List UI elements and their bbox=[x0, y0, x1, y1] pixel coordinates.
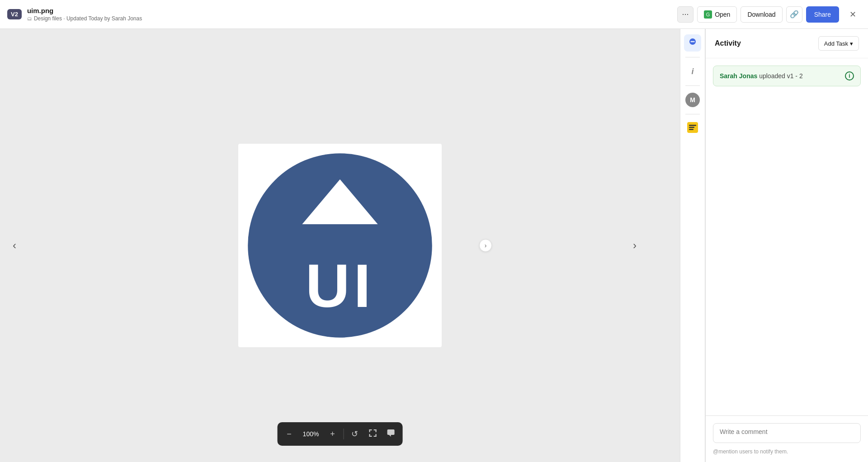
svg-rect-18 bbox=[689, 125, 696, 126]
comment-hint: @mention users to notify them. bbox=[713, 448, 861, 455]
svg-point-15 bbox=[692, 41, 693, 42]
svg-point-16 bbox=[693, 41, 695, 42]
header: V2 uim.png 🗂 Design files · Updated Toda… bbox=[0, 0, 868, 29]
collapse-panel-button[interactable]: › bbox=[479, 239, 492, 252]
svg-rect-11 bbox=[387, 429, 394, 435]
svg-text:UI: UI bbox=[306, 251, 375, 320]
more-button[interactable]: ··· bbox=[677, 6, 693, 23]
activity-action: uploaded v1 - 2 bbox=[759, 72, 803, 80]
zoom-toolbar: − 100% + ↺ bbox=[278, 422, 403, 446]
svg-point-14 bbox=[691, 41, 692, 42]
svg-rect-10 bbox=[375, 434, 376, 437]
activity-panel: Activity Add Task ▾ Sarah Jonas uploaded… bbox=[705, 29, 868, 462]
rail-divider-1 bbox=[685, 57, 700, 57]
close-button[interactable]: ✕ bbox=[844, 6, 861, 23]
svg-rect-4 bbox=[369, 429, 370, 432]
open-icon: G bbox=[704, 10, 712, 19]
info-icon: i bbox=[691, 67, 693, 76]
comment-input[interactable] bbox=[713, 423, 861, 443]
viewer: ‹ UI › − 100% + ↺ bbox=[0, 29, 680, 462]
reset-button[interactable]: ↺ bbox=[345, 425, 363, 443]
prev-button[interactable]: ‹ bbox=[5, 236, 24, 255]
activity-title: Activity bbox=[715, 39, 741, 47]
share-button[interactable]: Share bbox=[806, 6, 839, 23]
info-circle-icon: i bbox=[845, 71, 854, 80]
avatar-rail-button[interactable]: M bbox=[684, 91, 701, 108]
next-button[interactable]: › bbox=[626, 236, 644, 255]
reset-icon: ↺ bbox=[351, 429, 358, 439]
file-meta: 🗂 Design files · Updated Today by Sarah … bbox=[27, 15, 142, 22]
file-name: uim.png bbox=[27, 7, 142, 14]
activity-user: Sarah Jonas bbox=[720, 72, 757, 80]
header-left: V2 uim.png 🗂 Design files · Updated Toda… bbox=[7, 7, 677, 22]
chevron-down-icon: ▾ bbox=[850, 40, 853, 47]
close-icon: ✕ bbox=[849, 9, 856, 19]
activity-header: Activity Add Task ▾ bbox=[706, 29, 868, 58]
download-button[interactable]: Download bbox=[741, 6, 782, 23]
main: ‹ UI › − 100% + ↺ bbox=[0, 29, 868, 462]
open-button[interactable]: G Open bbox=[697, 6, 737, 23]
activity-content: Sarah Jonas uploaded v1 - 2 i bbox=[706, 58, 868, 415]
svg-rect-6 bbox=[375, 429, 376, 432]
folder-icon: 🗂 bbox=[27, 16, 32, 21]
sidebar-rail: i M bbox=[680, 29, 705, 462]
comment-icon bbox=[386, 429, 395, 440]
plus-icon: + bbox=[330, 429, 335, 439]
activity-item: Sarah Jonas uploaded v1 - 2 i bbox=[713, 66, 861, 86]
fullscreen-button[interactable] bbox=[363, 425, 382, 443]
file-info: uim.png 🗂 Design files · Updated Today b… bbox=[27, 7, 142, 22]
zoom-out-button[interactable]: − bbox=[280, 425, 298, 443]
logo-image: UI bbox=[245, 151, 434, 340]
image-container: UI bbox=[238, 144, 442, 347]
add-task-button[interactable]: Add Task ▾ bbox=[818, 36, 859, 51]
chevron-right-icon: › bbox=[633, 239, 637, 252]
fullscreen-icon bbox=[368, 429, 377, 440]
chat-icon bbox=[688, 38, 697, 49]
activity-item-text: Sarah Jonas uploaded v1 - 2 bbox=[720, 72, 803, 80]
toolbar-divider-1 bbox=[343, 429, 344, 439]
task-rail-button[interactable] bbox=[684, 120, 701, 137]
version-badge: V2 bbox=[7, 9, 22, 19]
zoom-in-button[interactable]: + bbox=[323, 425, 341, 443]
link-button[interactable]: 🔗 bbox=[786, 6, 802, 23]
rail-divider-2 bbox=[685, 85, 700, 86]
avatar-icon: M bbox=[685, 93, 700, 107]
svg-rect-19 bbox=[689, 127, 694, 128]
zoom-level: 100% bbox=[298, 430, 324, 438]
comment-mode-button[interactable] bbox=[382, 425, 400, 443]
minus-icon: − bbox=[287, 429, 292, 439]
info-rail-button[interactable]: i bbox=[684, 63, 701, 80]
link-icon: 🔗 bbox=[790, 10, 799, 19]
svg-rect-20 bbox=[689, 129, 693, 130]
chevron-right-icon: › bbox=[485, 242, 487, 249]
rail-divider-3 bbox=[685, 114, 700, 114]
svg-marker-12 bbox=[389, 435, 391, 437]
chat-rail-button[interactable] bbox=[684, 34, 701, 52]
comment-area: @mention users to notify them. bbox=[706, 415, 868, 462]
header-actions: ··· G Open Download 🔗 Share ✕ bbox=[677, 6, 861, 23]
task-icon bbox=[686, 121, 699, 136]
svg-rect-8 bbox=[369, 434, 370, 437]
chevron-left-icon: ‹ bbox=[13, 239, 16, 252]
